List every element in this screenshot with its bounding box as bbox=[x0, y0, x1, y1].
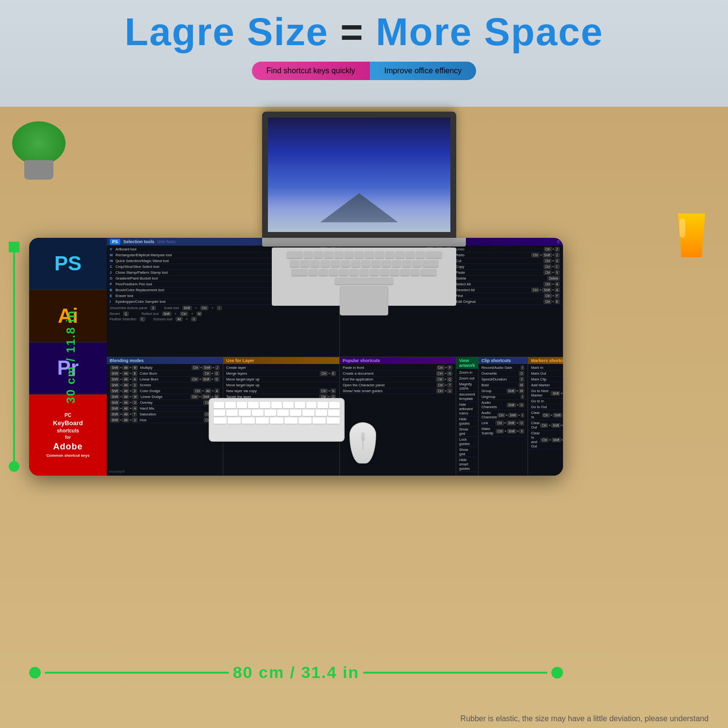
plant-pot bbox=[24, 160, 53, 180]
laptop-keyboard bbox=[272, 248, 456, 306]
layer-header: Use for Layer bbox=[223, 357, 339, 364]
popular-header: Popular shortcuts bbox=[340, 357, 456, 364]
plant-leaves bbox=[12, 121, 66, 165]
subtitle-wrapper: Find shortcut keys quickly Improve offic… bbox=[0, 62, 728, 80]
dim-line-bottom2 bbox=[363, 672, 547, 674]
clip-panel: Clip shortcuts Record/Audio GainI Overwr… bbox=[478, 357, 528, 476]
clip-header: Clip shortcuts bbox=[479, 357, 528, 364]
dim-dot-right bbox=[551, 667, 563, 678]
title-area: Lagre Size = More Space Find shortcut ke… bbox=[0, 10, 728, 80]
vertical-dimension-text: 30 cm / 11.8 in bbox=[24, 238, 118, 476]
mouse bbox=[349, 422, 376, 463]
title-equals: = bbox=[329, 10, 376, 53]
horizontal-dimension: 80 cm / 31.4 in bbox=[29, 663, 563, 682]
view-header: View artwork bbox=[456, 357, 478, 369]
mountain-center bbox=[320, 193, 398, 222]
width-label: 80 cm / 31.4 in bbox=[233, 663, 360, 682]
bottom-right-grid: View artwork Zoom in Zoom out Magnify 10… bbox=[456, 357, 563, 476]
laptop bbox=[262, 112, 466, 306]
popular-rows: Paste in frontCtrl+F Create a documentCt… bbox=[340, 364, 456, 395]
title-part1: Lagre Size bbox=[125, 10, 329, 53]
dim-line-bottom bbox=[45, 672, 229, 674]
touchpad bbox=[340, 286, 388, 315]
dim-line-left bbox=[13, 252, 15, 461]
markers-panel: Markers shortcuts Mark InI Mark OutO Mar… bbox=[528, 357, 563, 476]
external-keyboard bbox=[209, 398, 345, 442]
subtitle-left: Find shortcut keys quickly bbox=[252, 62, 370, 80]
title-part2: More Space bbox=[376, 10, 603, 53]
footer-disclaimer: Rubber is elastic, the size may have a l… bbox=[0, 714, 728, 723]
main-title: Lagre Size = More Space bbox=[0, 10, 728, 54]
laptop-base bbox=[262, 238, 466, 247]
markers-rows: Mark InI Mark OutO Mark ClipX Add Marker… bbox=[528, 364, 563, 450]
dim-dot-left bbox=[29, 667, 41, 678]
view-clip-markers-panel: View artwork Zoom in Zoom out Magnify 10… bbox=[456, 357, 563, 476]
clip-rows: Record/Audio GainI OverwriteO Speed/Dura… bbox=[479, 364, 528, 437]
view-panel: View artwork Zoom in Zoom out Magnify 10… bbox=[456, 357, 478, 476]
mouse-divider bbox=[363, 437, 363, 449]
view-rows: Zoom in Zoom out Magnify 100% document t… bbox=[456, 369, 478, 473]
mountain-left bbox=[323, 200, 381, 222]
subtitle-right: Improve office effiency bbox=[370, 62, 477, 80]
juice-glass bbox=[675, 214, 709, 257]
dim-dot-bottom bbox=[9, 461, 19, 472]
blending-panel: Blending modes Shift+Alt+MMultiplyCtrl+S… bbox=[107, 357, 223, 476]
layer-rows: Create layer Merge layersCtrl+E Move tar… bbox=[223, 364, 339, 401]
vertical-dimension bbox=[9, 242, 19, 472]
blending-rows: Shift+Alt+MMultiplyCtrl+Shift+J Shift+Al… bbox=[107, 364, 223, 424]
markers-header: Markers shortcuts bbox=[528, 357, 563, 364]
laptop-screen bbox=[262, 112, 456, 238]
dim-dot-top bbox=[9, 242, 19, 252]
height-label: 30 cm / 11.8 in bbox=[64, 310, 78, 404]
blending-header: Blending modes bbox=[107, 357, 223, 364]
plant-decoration bbox=[10, 121, 68, 180]
